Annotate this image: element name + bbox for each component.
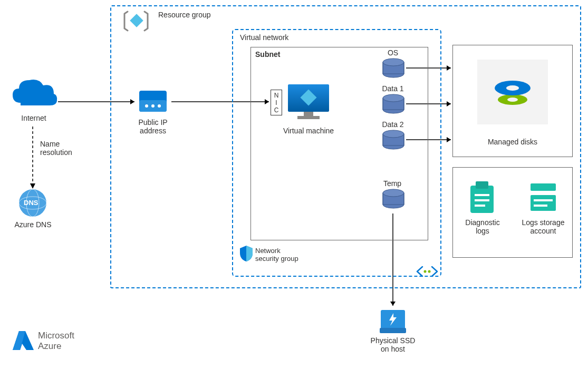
svg-rect-64 [380, 328, 406, 333]
svg-marker-13 [390, 302, 396, 306]
svg-point-37 [383, 94, 404, 102]
nsg-label: Network security group [255, 247, 308, 263]
temp-disk-icon [382, 189, 405, 209]
svg-point-22 [158, 104, 161, 108]
public-ip-label: Public IP address [129, 118, 177, 135]
svg-rect-60 [531, 195, 556, 211]
physical-ssd-label: Physical SSD on host [369, 336, 417, 353]
svg-rect-17 [130, 14, 143, 27]
svg-point-53 [506, 85, 519, 91]
resource-group-label: Resource group [158, 11, 211, 19]
vm-icon [285, 81, 332, 123]
internet-cloud-icon [7, 74, 60, 113]
svg-rect-55 [476, 181, 488, 189]
data2-disk-icon [382, 130, 405, 150]
svg-rect-26 [304, 112, 313, 116]
svg-rect-61 [534, 199, 553, 201]
dns-badge: DNS [24, 199, 38, 207]
svg-marker-3 [30, 183, 35, 189]
nic-i: I [275, 99, 277, 106]
svg-rect-56 [475, 194, 489, 196]
svg-point-47 [383, 189, 404, 197]
managed-disks-icon [493, 76, 532, 108]
internet-label: Internet [7, 114, 60, 122]
svg-point-21 [151, 104, 155, 108]
svg-point-49 [428, 270, 431, 273]
nic-c: C [274, 106, 279, 114]
svg-rect-59 [531, 183, 556, 191]
nic-box: N I C [271, 90, 282, 115]
os-disk-label: OS [380, 48, 406, 57]
physical-ssd-icon [378, 307, 408, 335]
managed-disks-label: Managed disks [452, 138, 573, 146]
nsg-shield-icon [238, 245, 254, 263]
subnet-label: Subnet [255, 50, 280, 59]
svg-point-42 [383, 130, 404, 138]
temp-disk-label: Temp [379, 179, 406, 188]
svg-rect-27 [297, 116, 320, 119]
diagnostic-logs-label: Diagnostic logs [459, 218, 506, 235]
svg-point-32 [383, 59, 404, 66]
diagnostic-logs-icon [466, 178, 498, 215]
svg-point-51 [507, 98, 518, 102]
data2-disk-label: Data 2 [375, 120, 410, 129]
data1-disk-icon [382, 94, 405, 114]
name-resolution-label: Name resolution [40, 140, 82, 157]
logs-storage-icon [527, 178, 559, 215]
svg-point-20 [145, 104, 148, 108]
data1-disk-label: Data 1 [375, 84, 410, 93]
azure-logo-icon [11, 328, 36, 353]
os-disk-icon [382, 58, 405, 78]
vnet-decorator-icon [414, 264, 440, 279]
logs-storage-label: Logs storage account [519, 218, 567, 235]
svg-rect-57 [475, 199, 489, 201]
svg-point-48 [424, 270, 427, 273]
nic-n: N [274, 92, 279, 99]
azure-dns-label: Azure DNS [11, 220, 55, 229]
virtual-network-label: Virtual network [240, 33, 288, 42]
vm-label: Virtual machine [272, 127, 345, 135]
svg-rect-62 [534, 205, 547, 207]
svg-rect-58 [475, 205, 485, 207]
azure-logo-label: Microsoft Azure [38, 331, 74, 352]
public-ip-icon [137, 89, 169, 115]
resource-group-icon [121, 9, 151, 33]
